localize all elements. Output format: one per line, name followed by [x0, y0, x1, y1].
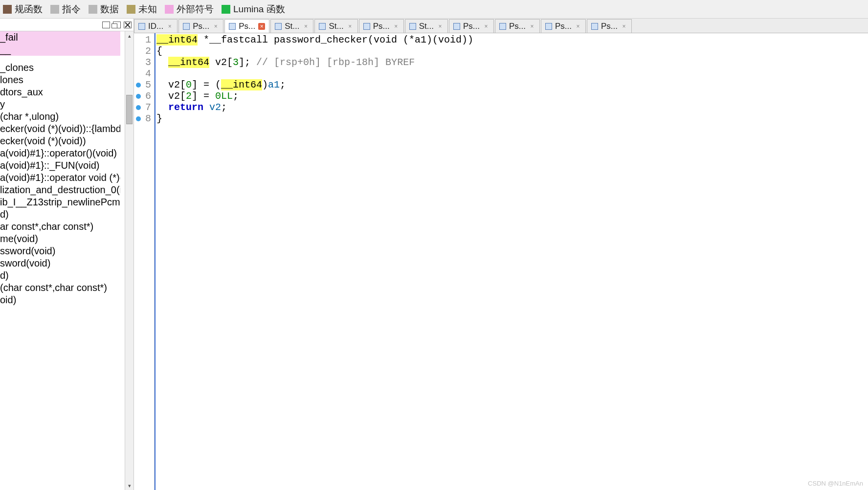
list-item[interactable]: a(void)#1}::operator()(void) — [0, 147, 120, 159]
tab-close-icon[interactable]: × — [529, 23, 535, 30]
tab-file-icon — [363, 23, 370, 30]
legend-swatch — [3, 5, 12, 14]
panel-maximize-icon[interactable] — [102, 22, 110, 28]
list-item[interactable]: (char const*,char const*) — [0, 282, 120, 294]
list-item[interactable]: a(void)#1}::_FUN(void) — [0, 159, 120, 172]
tab-label: Ps... — [193, 22, 209, 31]
tab-label: St... — [419, 22, 434, 31]
line-number[interactable]: 2 — [134, 45, 154, 57]
tab-file-icon — [319, 23, 326, 30]
tab-file-icon — [591, 23, 598, 30]
scroll-down-icon[interactable]: ▾ — [125, 481, 134, 490]
panel-restore-icon[interactable] — [113, 22, 121, 28]
list-item[interactable]: d) — [0, 208, 120, 221]
legend-item: 规函数 — [3, 3, 43, 16]
line-number[interactable]: 4 — [134, 68, 154, 79]
list-item[interactable]: d) — [0, 269, 120, 282]
tab-bar: ID...×Ps...×Ps...×St...×St...×Ps...×St..… — [134, 19, 868, 33]
breakpoint-icon[interactable] — [136, 105, 141, 110]
function-list[interactable]: _fail___cloneslonesdtors_auxy(char *,ulo… — [0, 31, 134, 490]
list-item[interactable]: lones — [0, 74, 120, 86]
tab-label: Ps... — [239, 22, 255, 31]
legend-swatch — [165, 5, 174, 14]
list-item[interactable]: _clones — [0, 62, 120, 74]
legend-label: 外部符号 — [177, 3, 214, 16]
list-item[interactable]: y — [0, 98, 120, 111]
tab[interactable]: ID...× — [134, 19, 178, 33]
list-item[interactable]: ecker(void (*)(void)) — [0, 135, 120, 147]
legend-label: 未知 — [138, 3, 157, 16]
breakpoint-icon[interactable] — [136, 83, 141, 88]
list-item[interactable]: oid) — [0, 294, 120, 306]
tab[interactable]: Ps...× — [541, 19, 586, 33]
code-editor[interactable]: 12345678 __int64 *__fastcall password_ch… — [134, 33, 868, 490]
scrollbar[interactable]: ▴ ▾ — [125, 31, 134, 490]
breakpoint-icon[interactable] — [136, 94, 141, 99]
legend-swatch — [89, 5, 97, 14]
tab-label: Ps... — [463, 22, 480, 31]
list-item[interactable]: dtors_aux — [0, 86, 120, 98]
line-number[interactable]: 1 — [134, 34, 154, 45]
panel-close-icon[interactable] — [124, 22, 132, 28]
legend-swatch — [222, 5, 230, 14]
list-item[interactable]: me(void) — [0, 233, 120, 245]
tab[interactable]: Ps...× — [587, 19, 632, 33]
list-item[interactable]: ib_I__Z13strip_newlinePcm — [0, 196, 120, 208]
code-area[interactable]: __int64 *__fastcall password_checker(voi… — [155, 33, 868, 490]
line-number[interactable]: 3 — [134, 57, 154, 68]
line-number[interactable]: 8 — [134, 113, 154, 124]
tab[interactable]: Ps...× — [495, 19, 540, 33]
type-highlight: __int64 — [156, 34, 198, 45]
tab-file-icon — [499, 23, 506, 30]
tab-close-icon[interactable]: × — [258, 23, 265, 30]
tab-close-icon[interactable]: × — [393, 23, 400, 30]
tab-close-icon[interactable]: × — [302, 23, 309, 30]
tab-label: ID... — [148, 22, 163, 31]
tab-close-icon[interactable]: × — [166, 23, 173, 30]
list-item[interactable]: a(void)#1}::operator void (*)(vo — [0, 172, 120, 184]
tab[interactable]: Ps...× — [178, 19, 223, 33]
list-item[interactable]: sword(void) — [0, 257, 120, 269]
tab-label: Ps... — [555, 22, 572, 31]
tab-label: Ps... — [509, 22, 526, 31]
tab[interactable]: St...× — [405, 19, 448, 33]
functions-panel: _fail___cloneslonesdtors_auxy(char *,ulo… — [0, 19, 134, 490]
legend-label: 规函数 — [15, 3, 43, 16]
line-number[interactable]: 7 — [134, 102, 154, 113]
legend-label: 数据 — [100, 3, 119, 16]
scroll-up-icon[interactable]: ▴ — [125, 31, 134, 40]
list-item[interactable]: ar const*,char const*) — [0, 221, 120, 233]
tab-close-icon[interactable]: × — [212, 23, 219, 30]
tab-close-icon[interactable]: × — [483, 23, 490, 30]
legend-item: 数据 — [89, 3, 119, 16]
tab[interactable]: St...× — [314, 19, 357, 33]
list-item[interactable]: _fail — [0, 31, 120, 44]
line-number[interactable]: 5 — [134, 79, 154, 90]
tab[interactable]: St...× — [270, 19, 313, 33]
tab-close-icon[interactable]: × — [575, 23, 581, 30]
tab-file-icon — [183, 23, 190, 30]
gutter: 12345678 — [134, 33, 155, 490]
tab[interactable]: Ps...× — [449, 19, 494, 33]
list-item[interactable]: ecker(void (*)(void))::{lambda( — [0, 123, 120, 135]
tab-label: Ps... — [601, 22, 618, 31]
tab-label: Ps... — [373, 22, 390, 31]
list-item[interactable]: (char *,ulong) — [0, 111, 120, 123]
legend-item: 指令 — [50, 3, 81, 16]
breakpoint-icon[interactable] — [136, 116, 141, 121]
tab-close-icon[interactable]: × — [437, 23, 444, 30]
tab-file-icon — [275, 23, 282, 30]
tab[interactable]: Ps...× — [224, 19, 269, 33]
list-item[interactable]: __ — [0, 44, 120, 56]
line-number[interactable]: 6 — [134, 90, 154, 102]
list-item[interactable]: lization_and_destruction_0(in — [0, 184, 120, 196]
list-item[interactable]: ssword(void) — [0, 245, 120, 257]
legend-swatch — [50, 5, 59, 14]
tab[interactable]: Ps...× — [359, 19, 404, 33]
scroll-thumb[interactable] — [126, 95, 133, 124]
type-highlight: __int64 — [221, 79, 262, 90]
tab-close-icon[interactable]: × — [347, 23, 354, 30]
legend-bar: 规函数指令数据未知外部符号Lumina 函数 — [0, 0, 868, 19]
tab-file-icon — [409, 23, 416, 30]
tab-close-icon[interactable]: × — [621, 23, 627, 30]
